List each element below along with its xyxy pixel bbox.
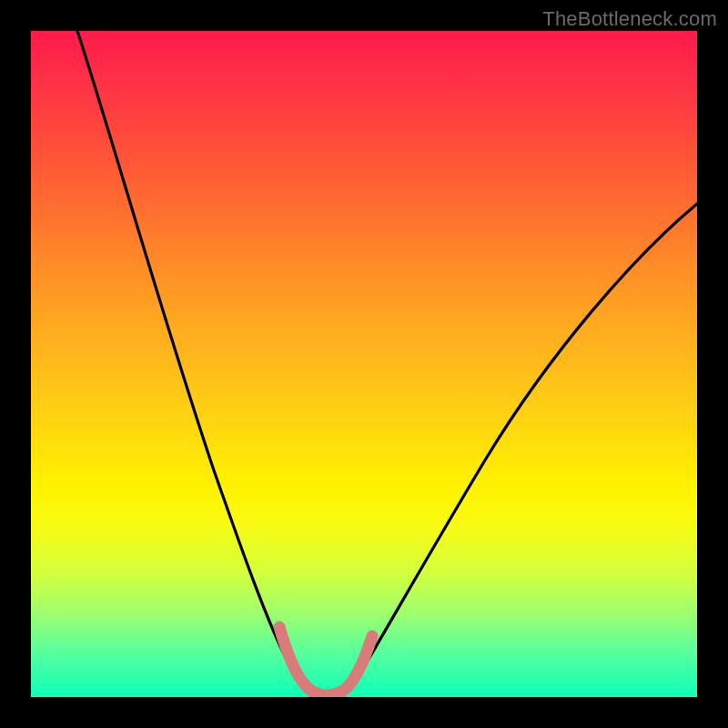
plot-area: [31, 31, 697, 697]
watermark-text: TheBottleneck.com: [542, 7, 717, 31]
chart-frame: TheBottleneck.com: [0, 0, 728, 728]
bottleneck-curve: [77, 31, 697, 695]
highlight-segment: [279, 627, 372, 695]
curve-layer: [31, 31, 697, 697]
